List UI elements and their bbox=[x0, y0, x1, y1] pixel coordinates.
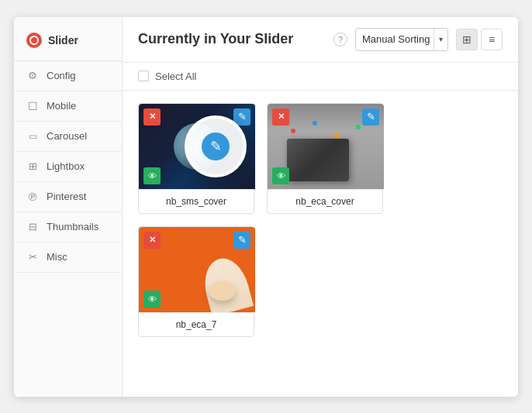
magnifier-edit-icon bbox=[202, 133, 230, 160]
slide-view-button-3[interactable] bbox=[143, 291, 161, 308]
sidebar-item-mobile[interactable]: Mobile bbox=[14, 91, 122, 122]
slide-view-button-2[interactable] bbox=[272, 167, 289, 184]
slide-delete-button-2[interactable] bbox=[272, 108, 289, 126]
sidebar: Slider Config Mobile Carousel Lightbox bbox=[14, 17, 123, 397]
slide-name-2: nb_eca_cover bbox=[268, 189, 382, 213]
slide-name-1: nb_sms_cover bbox=[139, 189, 254, 213]
mobile-icon bbox=[26, 100, 39, 112]
slide-thumb-2 bbox=[268, 104, 384, 189]
slide-card-1: nb_sms_cover bbox=[138, 103, 254, 214]
sidebar-item-misc-label: Misc bbox=[47, 251, 67, 263]
sidebar-item-thumbnails-label: Thumbnails bbox=[47, 221, 98, 232]
sidebar-item-config-label: Config bbox=[47, 70, 76, 81]
sidebar-item-thumbnails[interactable]: Thumbnails bbox=[14, 212, 122, 243]
sidebar-item-carousel[interactable]: Carousel bbox=[14, 122, 122, 152]
grid-view-button[interactable]: ⊞ bbox=[456, 29, 478, 50]
pinterest-icon bbox=[26, 191, 39, 203]
slide-card-2: nb_eca_cover bbox=[267, 103, 383, 214]
select-all-label: Select All bbox=[155, 71, 196, 82]
sidebar-brand: Slider bbox=[14, 25, 122, 60]
window: Slider Config Mobile Carousel Lightbox bbox=[14, 17, 518, 397]
slide-delete-button-1[interactable] bbox=[143, 108, 161, 126]
slide-edit-button-1[interactable] bbox=[233, 108, 250, 126]
slides-grid-area: nb_sms_cover nb_eca_cover bbox=[123, 91, 518, 397]
lightbox-icon bbox=[26, 160, 39, 173]
slide-view-button-1[interactable] bbox=[143, 167, 161, 184]
sort-dropdown[interactable]: Manual Sorting Date Added Title Random ▾ bbox=[355, 28, 448, 51]
toolbar: Select All bbox=[123, 63, 518, 91]
sidebar-item-pinterest[interactable]: Pinterest bbox=[14, 182, 122, 212]
sidebar-item-misc[interactable]: Misc bbox=[14, 243, 122, 273]
help-button[interactable]: ? bbox=[333, 33, 347, 46]
view-toggle: ⊞ ≡ bbox=[456, 29, 503, 50]
grid-view-icon: ⊞ bbox=[462, 33, 472, 46]
slide-edit-button-2[interactable] bbox=[362, 108, 379, 126]
main-header: Currently in Your Slider ? Manual Sortin… bbox=[123, 17, 518, 63]
sidebar-item-lightbox-label: Lightbox bbox=[47, 160, 85, 172]
sort-dropdown-arrow-icon: ▾ bbox=[434, 29, 447, 50]
carousel-icon bbox=[26, 130, 39, 143]
slider-logo-icon bbox=[26, 33, 42, 48]
slides-grid: nb_sms_cover nb_eca_cover bbox=[138, 103, 503, 337]
slide-card-3: nb_eca_7 bbox=[138, 226, 254, 337]
sidebar-title: Slider bbox=[48, 34, 78, 46]
sidebar-item-lightbox[interactable]: Lightbox bbox=[14, 152, 122, 182]
thumbnails-icon bbox=[26, 221, 39, 233]
sidebar-item-config[interactable]: Config bbox=[14, 61, 122, 91]
list-view-icon: ≡ bbox=[489, 33, 495, 46]
slide-thumb-1 bbox=[139, 104, 255, 189]
sidebar-item-carousel-label: Carousel bbox=[47, 130, 87, 142]
slide-name-3: nb_eca_7 bbox=[139, 312, 254, 336]
app-container: Slider Config Mobile Carousel Lightbox bbox=[0, 0, 532, 413]
sidebar-item-mobile-label: Mobile bbox=[47, 100, 76, 112]
slide-thumb-3 bbox=[139, 227, 255, 312]
misc-icon bbox=[26, 251, 39, 263]
slide-delete-button-3[interactable] bbox=[143, 232, 161, 249]
sidebar-item-pinterest-label: Pinterest bbox=[47, 191, 86, 202]
select-all-control[interactable]: Select All bbox=[138, 71, 196, 82]
list-view-button[interactable]: ≡ bbox=[481, 29, 503, 50]
config-icon bbox=[26, 70, 39, 82]
select-all-checkbox[interactable] bbox=[138, 71, 149, 81]
page-title: Currently in Your Slider bbox=[138, 31, 326, 47]
sort-select[interactable]: Manual Sorting Date Added Title Random bbox=[356, 29, 434, 50]
main-content: Currently in Your Slider ? Manual Sortin… bbox=[123, 17, 518, 397]
slide-edit-button-3[interactable] bbox=[233, 232, 250, 249]
